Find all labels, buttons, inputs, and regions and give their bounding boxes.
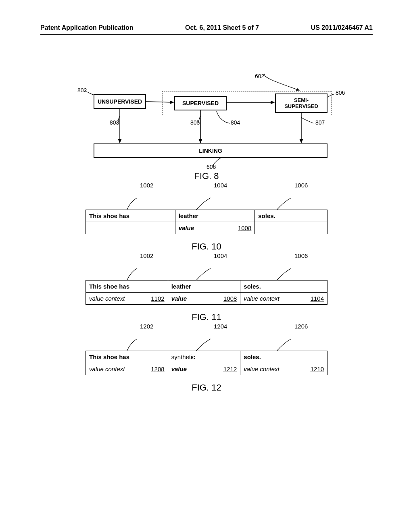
ref-1210: 1210: [311, 366, 324, 372]
ref-804: 804: [231, 119, 240, 126]
header-center: Oct. 6, 2011 Sheet 5 of 7: [185, 24, 259, 31]
fig12-vc2: value 1212: [168, 363, 240, 375]
ref-602: 602: [255, 73, 264, 79]
fig11-vc3: value context 1104: [240, 293, 327, 305]
fig8-caption: FIG. 8: [40, 171, 373, 181]
fig10-caption: FIG. 10: [40, 241, 373, 252]
ref-807: 807: [315, 119, 325, 126]
ref-806: 806: [336, 89, 345, 96]
fig12-table: This shoe has synthetic soles. value con…: [86, 351, 327, 375]
fig10-empty3: [255, 222, 327, 234]
ref-1206: 1206: [294, 323, 308, 330]
ref-1202: 1202: [140, 323, 153, 330]
fig11-leaders-icon: [86, 266, 327, 283]
fig12-vc3: value context 1210: [240, 363, 327, 375]
page: Patent Application Publication Oct. 6, 2…: [0, 0, 413, 437]
ref-1008: 1008: [238, 224, 251, 231]
fig12-vc1: value context 1208: [86, 363, 168, 375]
header-right: US 2011/0246467 A1: [311, 24, 373, 31]
fig11-vc1: value context 1102: [86, 293, 168, 305]
figure-10: 1002 1004 1006 This shoe has leather sol…: [40, 210, 373, 252]
ref-1204: 1204: [214, 323, 227, 330]
ref-1004: 1004: [214, 182, 227, 189]
ref-1002b: 1002: [140, 252, 153, 259]
ref-1102: 1102: [151, 295, 164, 302]
ref-1006: 1006: [294, 182, 308, 189]
ref-803: 803: [110, 119, 119, 126]
ref-1208: 1208: [151, 366, 164, 372]
ref-805: 805: [190, 119, 200, 126]
fig11-vc2: value 1008: [168, 293, 240, 305]
figure-12: 1202 1204 1206 This shoe has synthetic s…: [40, 351, 373, 393]
ref-606: 606: [206, 164, 216, 170]
ref-1212: 1212: [223, 366, 237, 372]
ref-802: 802: [77, 87, 87, 94]
ref-1004b: 1004: [214, 252, 227, 259]
fig11-caption: FIG. 11: [40, 312, 373, 322]
page-header: Patent Application Publication Oct. 6, 2…: [40, 24, 373, 35]
ref-1002: 1002: [140, 182, 153, 189]
fig10-table: This shoe has leather soles. value 1008: [86, 210, 327, 234]
fig10-empty1: [86, 222, 175, 234]
fig10-value-cell: value 1008: [175, 222, 255, 234]
figure-11: 1002 1004 1006 This shoe has leather sol…: [40, 280, 373, 322]
ref-1104: 1104: [311, 295, 324, 302]
fig11-table: This shoe has leather soles. value conte…: [86, 280, 327, 305]
ref-1006b: 1006: [294, 252, 308, 259]
header-left: Patent Application Publication: [40, 24, 133, 31]
fig10-leaders-icon: [86, 196, 327, 212]
ref-1008b: 1008: [223, 295, 237, 302]
figure-8: UNSUPERVISED SUPERVISED SEMI- SUPERVISED…: [40, 75, 373, 181]
fig12-leaders-icon: [86, 337, 327, 353]
svg-line-0: [146, 102, 173, 102]
fig12-caption: FIG. 12: [40, 382, 373, 393]
